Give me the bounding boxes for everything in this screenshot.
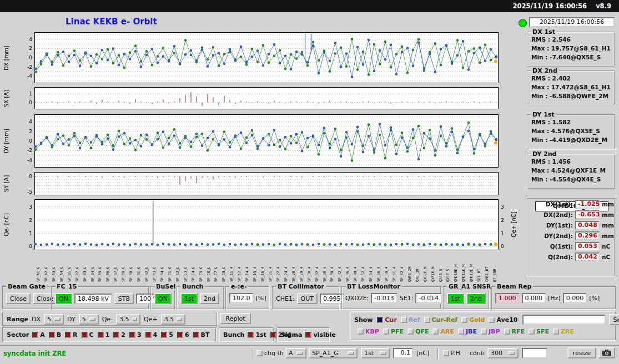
mode-a-select[interactable]: A (285, 348, 306, 358)
bpm-name-label: QX5E_S (446, 251, 450, 282)
ref-file-input[interactable] (522, 315, 606, 325)
checkbox-label: A (40, 331, 45, 338)
busel-on-button[interactable]: ON (154, 293, 172, 304)
check-r[interactable]: R (65, 331, 77, 338)
bpm-name-label: SP_36_4 (323, 251, 327, 282)
monitor-row-unit: mm (602, 211, 612, 218)
monitor-row-label: DY(2nd): (544, 232, 573, 239)
percent-unit-label: [%] (256, 295, 266, 302)
check-sfe[interactable]: SFE (529, 328, 549, 335)
dropdown-handle-icon (509, 351, 515, 355)
bunch-1st-button[interactable]: 1st (180, 293, 198, 304)
beamrep-value-2: 0.000 (522, 293, 546, 304)
checkbox-indicator (407, 328, 414, 335)
check-bt[interactable]: BT (193, 331, 210, 338)
check-5[interactable]: 5 (161, 331, 173, 338)
replot-button[interactable]: Replot (220, 313, 251, 324)
check-gold[interactable]: Gold (461, 316, 485, 323)
checkbox-indicator (432, 328, 439, 335)
svg-text:3: 3 (501, 204, 504, 210)
svg-text:0: 0 (29, 138, 32, 144)
dropdown-handle-icon (380, 351, 386, 355)
bunch-2nd-button[interactable]: 2nd (200, 293, 219, 304)
range-dy-select[interactable]: 5 (79, 314, 99, 325)
fc15-stb-button[interactable]: STB (114, 293, 134, 304)
snapshot-button[interactable] (598, 347, 615, 358)
check-kbp[interactable]: KBP (358, 328, 379, 335)
monitor-row: DX(2nd):-0.653mm (529, 210, 612, 220)
checkbox-label: Ave10 (496, 316, 517, 323)
check-c[interactable]: C (82, 331, 94, 338)
dropdown-handle-icon (348, 351, 354, 355)
snsr-1st-button[interactable]: 1st (447, 293, 464, 304)
bunch-order-select[interactable]: 1st (361, 348, 390, 358)
bpm-name-label: SP_A4_G (60, 251, 64, 282)
check-pfe[interactable]: PFE (383, 328, 404, 335)
check-1st[interactable]: 1st (248, 331, 266, 338)
beamrep-value-3: 0.000 (563, 293, 587, 304)
bpm-name-label: SP_42_4 (338, 251, 342, 282)
timestamp-display: 2025/11/19 16:00:56 (529, 17, 615, 27)
group-title: Beam Gate (6, 283, 47, 290)
monitor-row-value: 0.042 (575, 252, 600, 261)
app-version: v8.9 (596, 2, 611, 10)
range-qeminus-select[interactable]: 3.5 (116, 314, 140, 325)
check-rfe[interactable]: RFE (504, 328, 525, 335)
threshold-input[interactable]: 0.1 (393, 348, 413, 358)
range-dx-select[interactable]: 5 (44, 314, 64, 325)
show-group: Show CurRefCur-RefGoldAve10 Set Ref KBPP… (350, 311, 616, 341)
checkbox-indicator (489, 317, 495, 323)
check-2[interactable]: 2 (113, 331, 125, 338)
nc-unit-label: [nC] (416, 350, 429, 357)
group-title: BuSel (154, 283, 177, 290)
monitor-row-unit: mm (602, 201, 612, 208)
checkbox-indicator (129, 332, 135, 338)
group-title: FC_15 (55, 283, 78, 290)
check-cur-ref[interactable]: Cur-Ref (424, 316, 458, 323)
show-title: Show (354, 316, 373, 323)
check-a[interactable]: A (32, 331, 45, 338)
check-chg-th[interactable]: chg th (256, 350, 284, 357)
mode-a-value: A (289, 350, 293, 357)
dropdown-handle-icon (54, 317, 61, 321)
resize-button[interactable]: resize (567, 347, 596, 358)
check-zre[interactable]: ZRE (553, 328, 574, 335)
range-qeplus-select[interactable]: 3.5 (161, 314, 185, 325)
check-3[interactable]: 3 (129, 331, 142, 338)
group-title: GR_A1 SNSR (447, 283, 493, 290)
fc15-on-button[interactable]: ON (55, 293, 72, 304)
sp-monitor-select[interactable]: SP_A1_G (309, 348, 358, 358)
monitor-row-label: Q(1st): (550, 243, 573, 250)
interval-select[interactable]: 300 (487, 348, 519, 358)
check-p-h[interactable]: P.H (443, 350, 460, 357)
checkbox-label: Cur-Ref (432, 316, 458, 323)
check-4[interactable]: 4 (145, 331, 158, 338)
check-qfe[interactable]: QFE (407, 328, 429, 335)
check-cur[interactable]: Cur (377, 316, 396, 323)
check-ref[interactable]: Ref (401, 316, 420, 323)
dropdown-handle-icon (296, 351, 303, 355)
bpm-name-label: SP_R4_G (160, 251, 164, 282)
svg-text:3: 3 (29, 204, 32, 210)
checkbox-label: 4 (153, 331, 158, 338)
check-are[interactable]: ARE (432, 328, 454, 335)
check-ave10[interactable]: Ave10 (489, 316, 517, 323)
bpm-name-label: SP_26_4 (292, 251, 296, 282)
statbox-dx-1st: DX 1st RMS : 2.546 Max : 19.757@S8_61_H1… (527, 32, 615, 67)
check-visible[interactable]: visible (305, 331, 335, 338)
set-ref-button[interactable]: Set Ref (609, 314, 619, 325)
svg-text:4: 4 (29, 37, 32, 42)
check-6[interactable]: 6 (177, 331, 189, 338)
checkbox-label: ZRE (561, 328, 574, 335)
svg-text:-2: -2 (27, 64, 32, 70)
check-1[interactable]: 1 (98, 331, 110, 338)
che1-out-button[interactable]: OUT (297, 293, 318, 304)
check-jbp[interactable]: JBP (481, 328, 500, 335)
bpm-name-label: SP_C7_G (214, 251, 218, 282)
check-jbe[interactable]: JBE (458, 328, 477, 335)
aux-input[interactable] (522, 348, 547, 358)
check-b[interactable]: B (49, 331, 61, 338)
beam-gate-close-button-1[interactable]: Close (6, 293, 31, 304)
snsr-2nd-button[interactable]: 2nd (466, 293, 486, 304)
bpm-name-label: SP_48_4 (354, 251, 358, 282)
